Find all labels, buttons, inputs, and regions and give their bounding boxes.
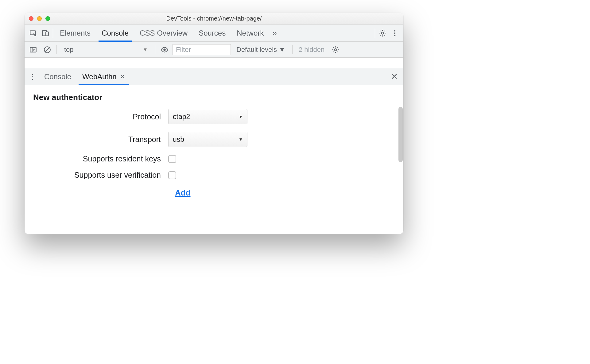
drawer-tabstrip: ⋮ Console WebAuthn ✕ ✕: [25, 68, 403, 85]
section-title: New authenticator: [33, 93, 395, 102]
window-controls: [25, 16, 50, 21]
titlebar: DevTools - chrome://new-tab-page/: [25, 13, 403, 25]
hidden-messages-count[interactable]: 2 hidden: [296, 46, 328, 54]
select-value: ctap2: [173, 113, 190, 121]
drawer-tab-label: WebAuthn: [82, 72, 117, 81]
tab-elements[interactable]: Elements: [54, 25, 96, 41]
tab-label: Console: [102, 29, 129, 37]
add-button[interactable]: Add: [175, 188, 191, 198]
context-select[interactable]: top ▼: [60, 44, 152, 55]
levels-label: Default levels: [236, 46, 277, 54]
tab-network[interactable]: Network: [231, 25, 269, 41]
tab-label: Sources: [199, 29, 226, 37]
svg-point-13: [335, 48, 337, 51]
divider: [292, 45, 293, 54]
inspect-element-icon[interactable]: [27, 27, 39, 39]
user-verification-label: Supports user verification: [33, 171, 168, 180]
main-tabstrip: Elements Console CSS Overview Sources Ne…: [25, 25, 403, 42]
context-value: top: [64, 46, 74, 54]
svg-point-3: [382, 32, 384, 34]
settings-icon[interactable]: [376, 27, 389, 39]
clear-console-icon[interactable]: [41, 44, 53, 56]
tab-console[interactable]: Console: [96, 25, 134, 41]
svg-rect-2: [46, 32, 49, 36]
select-value: usb: [173, 135, 184, 144]
window-title: DevTools - chrome://new-tab-page/: [25, 15, 403, 22]
close-drawer-icon[interactable]: ✕: [387, 72, 402, 82]
drawer-tab-webauthn[interactable]: WebAuthn ✕: [77, 68, 131, 85]
kebab-menu-icon[interactable]: [389, 27, 401, 39]
resident-keys-checkbox[interactable]: [168, 155, 176, 163]
close-icon[interactable]: ✕: [120, 73, 125, 81]
new-authenticator-form: Protocol ctap2 ▼ Transport usb ▼ Support…: [33, 109, 395, 198]
console-output-area: [25, 58, 403, 68]
tab-sources[interactable]: Sources: [193, 25, 231, 41]
divider: [155, 45, 155, 54]
chevron-down-icon: ▼: [143, 47, 148, 52]
svg-point-12: [163, 48, 166, 51]
svg-rect-7: [30, 47, 36, 52]
device-toolbar-icon[interactable]: [39, 27, 52, 39]
drawer-tab-label: Console: [44, 72, 71, 81]
divider: [53, 29, 53, 38]
log-levels-select[interactable]: Default levels ▼: [233, 46, 289, 54]
svg-point-6: [394, 35, 395, 36]
chevron-down-icon: ▼: [239, 114, 243, 119]
live-expression-eye-icon[interactable]: [158, 44, 171, 56]
divider: [375, 29, 375, 38]
scrollbar[interactable]: [398, 107, 403, 231]
resident-keys-label: Supports resident keys: [33, 154, 168, 163]
webauthn-panel: New authenticator Protocol ctap2 ▼ Trans…: [25, 85, 403, 234]
tab-css-overview[interactable]: CSS Overview: [134, 25, 193, 41]
user-verification-checkbox[interactable]: [168, 171, 176, 179]
close-window-button[interactable]: [29, 16, 33, 21]
console-toolbar: top ▼ Default levels ▼ 2 hidden: [25, 42, 403, 58]
tab-label: Network: [237, 29, 264, 37]
filter-input[interactable]: [173, 44, 231, 55]
svg-point-4: [394, 30, 395, 31]
tab-label: Elements: [60, 29, 91, 37]
chevron-down-icon: ▼: [279, 46, 285, 54]
scrollbar-thumb[interactable]: [398, 107, 403, 162]
console-settings-icon[interactable]: [329, 44, 342, 56]
devtools-window: DevTools - chrome://new-tab-page/ Elemen…: [25, 13, 403, 234]
chevron-down-icon: ▼: [239, 137, 243, 142]
transport-label: Transport: [33, 135, 168, 144]
protocol-select[interactable]: ctap2 ▼: [168, 109, 247, 124]
zoom-window-button[interactable]: [45, 16, 50, 21]
toggle-sidebar-icon[interactable]: [27, 44, 39, 56]
minimize-window-button[interactable]: [37, 16, 42, 21]
svg-point-5: [394, 32, 395, 33]
tab-label: CSS Overview: [140, 29, 188, 37]
svg-rect-0: [30, 31, 35, 35]
transport-select[interactable]: usb ▼: [168, 132, 247, 147]
svg-line-11: [45, 48, 49, 52]
divider: [56, 45, 57, 54]
svg-marker-9: [33, 48, 35, 51]
drawer-tab-console[interactable]: Console: [39, 68, 77, 85]
protocol-label: Protocol: [33, 112, 168, 121]
drawer-kebab-icon[interactable]: ⋮: [26, 72, 39, 81]
more-tabs-icon[interactable]: »: [269, 28, 280, 38]
